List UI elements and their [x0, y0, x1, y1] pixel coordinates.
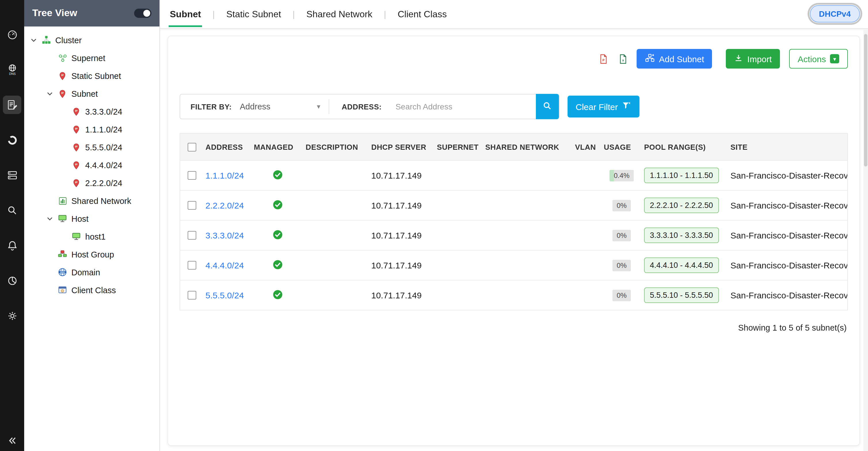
filter-clear-icon: x — [622, 101, 632, 112]
svg-text:IP: IP — [75, 127, 78, 130]
tree-node-label: Shared Network — [71, 196, 131, 205]
tab-subnet[interactable]: Subnet — [169, 1, 202, 27]
tabs: Subnet | Static Subnet | Shared Network … — [169, 1, 448, 27]
filter-by-dropdown[interactable]: Address ▾ — [240, 102, 326, 111]
discovery-search-icon[interactable] — [3, 201, 21, 219]
clear-filter-button[interactable]: Clear Filter x — [567, 96, 640, 118]
dhcp-version-button[interactable]: DHCPv4 — [810, 5, 860, 23]
check-circle-icon — [272, 229, 283, 242]
subnet-address-link[interactable]: 5.5.5.0/24 — [206, 290, 244, 300]
tab-static-subnet[interactable]: Static Subnet — [225, 1, 282, 27]
chevron-down-icon[interactable] — [29, 36, 38, 44]
select-all-checkbox[interactable] — [187, 143, 196, 151]
usage-badge: 0% — [613, 200, 631, 211]
add-subnet-network-icon — [645, 53, 655, 65]
tree-node-label: host1 — [85, 232, 105, 241]
tree-node-subnet-2222[interactable]: IP 2.2.2.0/24 — [24, 174, 159, 192]
row-checkbox[interactable] — [187, 201, 196, 210]
tree-node-label: Cluster — [55, 35, 82, 44]
chevron-down-icon[interactable] — [45, 90, 54, 97]
dns-icon[interactable]: DNS — [3, 60, 21, 79]
tree-node-label: 4.4.4.0/24 — [85, 160, 122, 170]
tree-node-host-group[interactable]: Host Group — [24, 245, 159, 263]
col-site: SITE — [728, 143, 847, 151]
excel-export-icon[interactable]: x — [617, 53, 630, 65]
tree-node-domain[interactable]: www Domain — [24, 263, 159, 281]
tree-node-host1[interactable]: host1 — [24, 228, 159, 245]
ip-pin-icon: IP — [71, 178, 81, 188]
settings-gear-icon[interactable] — [3, 306, 21, 325]
tree-node-static-subnet[interactable]: IP Static Subnet — [24, 67, 159, 85]
subnet-table: ADDRESS MANAGED DESCRIPTION DHCP SERVER … — [180, 133, 848, 310]
col-description: DESCRIPTION — [303, 143, 369, 151]
table-header-row: ADDRESS MANAGED DESCRIPTION DHCP SERVER … — [180, 133, 847, 161]
tree-node-label: Host Group — [71, 250, 114, 259]
tab-client-class[interactable]: Client Class — [397, 1, 448, 27]
import-download-icon — [734, 53, 743, 64]
supernet-icon — [58, 53, 67, 63]
collapse-double-chevron-icon[interactable] — [0, 435, 24, 446]
usage-badge: 0% — [613, 260, 631, 271]
row-checkbox[interactable] — [187, 261, 196, 270]
search-button[interactable] — [536, 94, 559, 119]
ipam-edit-icon[interactable] — [3, 96, 21, 114]
vertical-scrollbar[interactable] — [863, 29, 868, 451]
svg-text:x: x — [622, 58, 624, 62]
pool-range-badge: 1.1.1.10 - 1.1.1.50 — [644, 168, 719, 183]
row-checkbox[interactable] — [187, 291, 196, 300]
monitoring-donut-icon[interactable] — [3, 131, 21, 149]
pdf-export-icon[interactable]: P — [597, 53, 610, 65]
server-list-icon[interactable] — [3, 166, 21, 184]
shared-network-icon — [58, 196, 67, 206]
usage-badge: 0% — [613, 230, 631, 241]
tab-separator: | — [293, 9, 295, 19]
scrollbar-thumb[interactable] — [864, 34, 867, 167]
table-row: 3.3.3.0/24 10.71.17.149 0% 3.3.3.10 - 3.… — [180, 220, 847, 250]
alerts-bell-icon[interactable] — [3, 236, 21, 254]
subnet-address-link[interactable]: 2.2.2.0/24 — [206, 201, 244, 210]
pool-range-badge: 2.2.2.10 - 2.2.2.50 — [644, 198, 719, 213]
tree-node-subnet-3333[interactable]: IP 3.3.3.0/24 — [24, 102, 159, 120]
filter-divider — [329, 99, 329, 114]
tree-node-cluster[interactable]: Cluster — [24, 31, 159, 49]
col-vlan: VLAN — [573, 143, 601, 151]
tree-node-shared-network[interactable]: Shared Network — [24, 192, 159, 210]
tree-node-label: 5.5.5.0/24 — [85, 143, 122, 152]
filter-by-label: FILTER BY: — [180, 102, 240, 111]
dhcp-server-cell: 10.71.17.149 — [369, 171, 435, 180]
row-checkbox[interactable] — [187, 171, 196, 180]
check-circle-icon — [272, 169, 283, 182]
address-label: ADDRESS: — [331, 102, 390, 111]
add-subnet-button[interactable]: Add Subnet — [637, 49, 712, 68]
usage-badge: 0% — [613, 290, 631, 301]
tab-shared-network[interactable]: Shared Network — [305, 1, 373, 27]
subnet-address-link[interactable]: 1.1.1.0/24 — [206, 171, 244, 180]
row-checkbox[interactable] — [187, 231, 196, 240]
subnet-address-link[interactable]: 4.4.4.0/24 — [206, 260, 244, 270]
tree-node-subnet-4444[interactable]: IP 4.4.4.0/24 — [24, 156, 159, 174]
import-button[interactable]: Import — [726, 49, 780, 68]
analytics-pie-icon[interactable] — [3, 271, 21, 290]
dhcp-server-cell: 10.71.17.149 — [369, 290, 435, 300]
tree-node-client-class[interactable]: Client Class — [24, 281, 159, 299]
dashboard-icon[interactable] — [3, 25, 21, 44]
actions-button[interactable]: Actions ▾ — [789, 49, 848, 68]
tree-node-subnet[interactable]: IP Subnet — [24, 85, 159, 102]
tree-node-host[interactable]: Host — [24, 210, 159, 228]
tree-node-supernet[interactable]: Supernet — [24, 49, 159, 67]
chevron-down-icon[interactable] — [45, 215, 54, 222]
check-circle-icon — [272, 289, 283, 302]
svg-text:www: www — [60, 271, 65, 273]
chevron-down-icon: ▾ — [317, 102, 320, 111]
tree-node-subnet-1111[interactable]: IP 1.1.1.0/24 — [24, 120, 159, 138]
app-root: DNS Tree View Cluster Supernet — [0, 0, 868, 451]
tree-visibility-toggle[interactable] — [134, 9, 151, 18]
tree-node-subnet-5555[interactable]: IP 5.5.5.0/24 — [24, 138, 159, 156]
domain-globe-icon: www — [58, 267, 67, 277]
pool-range-badge: 5.5.5.10 - 5.5.5.50 — [644, 288, 719, 303]
tree-view-header: Tree View — [24, 0, 159, 27]
tree-view-panel: Tree View Cluster Supernet IP Static Sub… — [24, 0, 160, 451]
subnet-address-link[interactable]: 3.3.3.0/24 — [206, 231, 244, 240]
toggle-knob — [143, 10, 150, 17]
search-address-input[interactable] — [390, 102, 536, 111]
